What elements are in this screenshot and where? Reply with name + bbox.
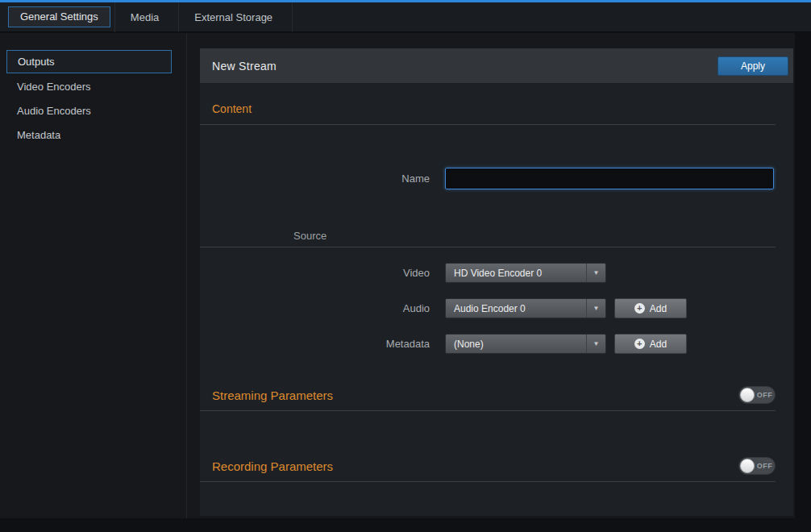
metadata-source-select[interactable]: (None) ▼: [445, 334, 606, 354]
metadata-field-row: Metadata (None) ▼ + Add: [212, 334, 793, 354]
app-window: General Settings Media External Storage …: [0, 0, 811, 532]
tab-external-storage[interactable]: External Storage: [179, 2, 288, 32]
name-field-row: Name: [212, 168, 793, 189]
recording-parameters-heading: Recording Parameters: [212, 459, 333, 473]
add-audio-button[interactable]: + Add: [614, 298, 687, 318]
plus-icon: +: [634, 339, 645, 349]
metadata-label: Metadata: [212, 338, 430, 350]
streaming-parameters-heading: Streaming Parameters: [212, 389, 333, 402]
chevron-down-icon: ▼: [586, 264, 605, 282]
recording-parameters-toggle[interactable]: OFF: [738, 457, 776, 475]
divider: [200, 247, 776, 247]
toggle-state-label: OFF: [755, 391, 775, 399]
tab-separator: [292, 2, 293, 32]
name-input[interactable]: [445, 168, 774, 189]
video-field-row: Video HD Video Encoder 0 ▼: [212, 263, 793, 283]
add-metadata-button[interactable]: + Add: [614, 334, 687, 354]
audio-label: Audio: [212, 302, 430, 314]
panel-title: New Stream: [212, 60, 277, 73]
sidebar-item-metadata[interactable]: Metadata: [0, 123, 186, 148]
audio-source-value: Audio Encoder 0: [454, 303, 526, 314]
audio-source-select[interactable]: Audio Encoder 0 ▼: [445, 298, 606, 318]
plus-icon: +: [634, 303, 645, 314]
toggle-state-label: OFF: [755, 462, 775, 470]
panel-header: New Stream Apply: [200, 48, 793, 83]
streaming-parameters-toggle[interactable]: OFF: [738, 386, 776, 404]
add-audio-label: Add: [650, 303, 667, 314]
apply-button[interactable]: Apply: [717, 56, 788, 76]
top-tab-bar: General Settings Media External Storage: [0, 2, 811, 32]
metadata-source-value: (None): [454, 339, 484, 350]
video-label: Video: [212, 267, 430, 279]
divider: [200, 124, 776, 125]
sidebar-item-audio-encoders[interactable]: Audio Encoders: [0, 99, 186, 123]
chevron-down-icon: ▼: [586, 299, 605, 318]
audio-field-row: Audio Audio Encoder 0 ▼ + Add: [212, 298, 793, 318]
video-source-select[interactable]: HD Video Encoder 0 ▼: [445, 263, 606, 283]
divider: [200, 481, 776, 482]
divider: [200, 410, 776, 411]
recording-parameters-section: Recording Parameters OFF: [212, 457, 776, 475]
add-metadata-label: Add: [650, 339, 667, 350]
sidebar-item-outputs[interactable]: Outputs: [6, 50, 172, 73]
main-viewport: Outputs Video Encoders Audio Encoders Me…: [0, 33, 795, 518]
chevron-down-icon: ▼: [586, 335, 605, 353]
video-source-value: HD Video Encoder 0: [454, 268, 542, 279]
sidebar: Outputs Video Encoders Audio Encoders Me…: [0, 33, 187, 518]
toggle-knob: [740, 459, 755, 473]
content-section-heading: Content: [212, 102, 776, 115]
new-stream-panel: New Stream Apply Content Name Source Vid…: [200, 48, 793, 516]
streaming-parameters-section: Streaming Parameters OFF: [212, 386, 776, 404]
tab-media[interactable]: Media: [115, 2, 174, 32]
toggle-knob: [740, 388, 755, 402]
sidebar-item-video-encoders[interactable]: Video Encoders: [0, 75, 186, 99]
tab-general-settings[interactable]: General Settings: [8, 6, 110, 27]
source-label: Source: [293, 230, 793, 242]
name-label: Name: [212, 172, 430, 185]
